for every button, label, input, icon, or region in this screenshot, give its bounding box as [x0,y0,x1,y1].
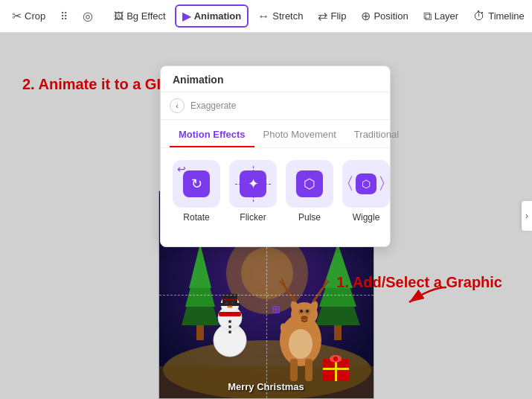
effect-pulse[interactable]: ⬡ Pulse [286,160,333,223]
rotate-arrow-decoration: ↩ [177,163,186,175]
svg-point-33 [300,310,303,313]
pulse-icon-box: ⬡ [286,160,333,208]
toolbar: ✂ Crop ⠿ ◎ 🖼 Bg Effect ▶ Animation ↔ Str… [0,0,532,33]
svg-rect-28 [222,299,237,301]
panel-nav-back-button[interactable]: ‹ [170,98,185,113]
toolbar-opacity[interactable]: ◎ [77,6,99,26]
flicker-label: Flicker [240,212,266,223]
toolbar-timeline-label: Timeline [488,10,525,22]
wiggle-icon: ⬡ [362,178,371,190]
toolbar-stretch[interactable]: ↔ Stretch [251,7,309,26]
wiggle-left-line: 〈 [338,173,354,195]
flicker-icon-inner: ✦ [240,170,266,197]
annotation-step2: 2. Animate it to a GIF [22,76,170,93]
stretch-icon: ↔ [257,10,269,23]
svg-point-26 [228,331,231,333]
svg-point-20 [231,301,234,304]
svg-point-23 [230,306,232,308]
flip-icon: ⇄ [318,9,327,23]
layer-icon: ⧉ [423,10,432,23]
toolbar-crop-label: Crop [25,10,45,22]
toolbar-position[interactable]: ⊕ Position [355,6,414,26]
toolbar-animation-label: Animation [194,10,242,22]
svg-point-48 [289,329,313,359]
panel-tabs: Motion Effects Photo Movement Traditiona… [161,123,390,148]
toolbar-crop[interactable]: ✂ Crop [6,6,51,26]
svg-point-24 [228,320,231,323]
effect-rotate[interactable]: ↩ ↻ Rotate [173,160,220,223]
bg-effect-icon: 🖼 [114,10,124,22]
svg-point-25 [228,325,231,328]
tab-traditional[interactable]: Traditional [345,123,408,147]
main-canvas-area: 2. Animate it to a GIF 1. Add/Select a G… [0,33,532,399]
wiggle-sides-decoration: 〈 ⬡ 〉 [338,173,394,195]
rotate-icon-inner: ↻ [183,170,210,197]
timeline-icon: ⏱ [473,10,485,23]
svg-point-19 [225,301,228,304]
svg-point-53 [333,357,338,361]
canvas-caption: Merry Christmas [228,381,304,392]
rotate-label: Rotate [183,212,209,223]
animation-icon: ▶ [182,9,191,23]
effect-flicker[interactable]: ✦ Flicker [229,160,277,223]
svg-point-34 [306,310,309,313]
toolbar-timeline[interactable]: ⏱ Timeline [467,7,531,26]
svg-rect-27 [219,312,241,316]
svg-rect-51 [323,368,349,370]
toolbar-bg-effect-label: Bg Effect [126,10,166,22]
toolbar-position-label: Position [374,10,408,22]
chevron-right-icon: › [525,211,528,221]
wiggle-right-line: 〉 [378,173,394,195]
panel-nav: ‹ Exaggerate [161,92,390,120]
tab-photo-movement[interactable]: Photo Movement [254,123,345,147]
wiggle-icon-box: 〈 ⬡ 〉 [342,160,390,208]
animation-panel: Animation ‹ Exaggerate Motion Effects Ph… [160,66,391,247]
dither-icon: ⠿ [60,10,68,22]
tab-motion-effects[interactable]: Motion Effects [170,123,254,147]
toolbar-flip-label: Flip [330,10,346,22]
svg-rect-47 [305,359,313,381]
svg-rect-9 [196,325,204,340]
toolbar-bg-effect[interactable]: 🖼 Bg Effect [108,7,172,25]
svg-rect-13 [334,325,342,340]
pulse-icon: ⬡ [304,176,315,192]
svg-point-35 [301,316,308,320]
toolbar-layer-label: Layer [435,10,459,22]
position-icon: ⊕ [361,9,371,23]
effect-wiggle[interactable]: 〈 ⬡ 〉 Wiggle [342,160,390,223]
toolbar-layer[interactable]: ⧉ Layer [417,7,465,26]
panel-title: Animation [161,66,390,92]
wiggle-icon-inner: ⬡ [356,173,376,194]
svg-point-59 [275,308,278,311]
arrow-step1 [406,284,450,306]
panel-breadcrumb[interactable]: Exaggerate [190,100,236,111]
effects-grid: ↩ ↻ Rotate ✦ Flicker [161,148,390,234]
toolbar-animation[interactable]: ▶ Animation [175,4,249,28]
rotate-icon: ↻ [191,176,202,192]
svg-rect-46 [290,359,298,381]
svg-point-3 [241,247,293,299]
flicker-icon: ✦ [248,176,259,192]
rotate-icon-box: ↩ ↻ [173,160,220,208]
toolbar-stretch-label: Stretch [272,10,303,22]
pulse-icon-inner: ⬡ [296,170,323,197]
toolbar-flip[interactable]: ⇄ Flip [312,6,352,26]
svg-rect-18 [220,303,240,306]
opacity-icon: ◎ [83,9,93,23]
wiggle-label: Wiggle [353,212,380,223]
crop-icon: ✂ [12,9,22,23]
flicker-icon-box: ✦ [229,160,277,208]
sidebar-collapse-arrow[interactable]: › [522,201,532,231]
pulse-label: Pulse [298,212,321,223]
toolbar-dither[interactable]: ⠿ [54,7,74,25]
